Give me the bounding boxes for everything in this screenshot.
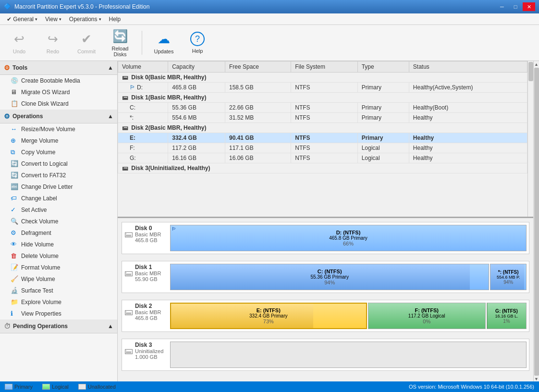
scrollbar-track[interactable] bbox=[534, 68, 539, 376]
disk0-label: Disk 0(Basic MBR, Healthy) bbox=[131, 74, 206, 81]
disk3-unallocated[interactable] bbox=[170, 342, 527, 368]
disk0-name: Disk 0 bbox=[135, 225, 161, 232]
menu-operations[interactable]: Operations ▾ bbox=[65, 15, 105, 24]
partition-d[interactable]: 🏳 D: (NTFS) 465.8 GB Primary 66% bbox=[170, 225, 527, 251]
os-info: OS version: Microsoft Windows 10 64-bit … bbox=[409, 384, 534, 390]
migrate-os-label: Migrate OS Wizard bbox=[21, 89, 70, 96]
legend-primary: Primary bbox=[5, 384, 33, 390]
sidebar-item-migrate-os[interactable]: 🖥 Migrate OS Wizard bbox=[0, 86, 117, 98]
sidebar-item-convert-fat32[interactable]: 🔄 Convert to FAT32 bbox=[0, 170, 117, 181]
reload-disks-button[interactable]: 🔄 Reload Disks bbox=[106, 27, 135, 59]
partition-star-name: *: (NTFS) bbox=[498, 270, 519, 275]
col-filesystem: File System bbox=[291, 61, 357, 73]
pending-ops-section-header[interactable]: ⏱ Pending Operations ▲ bbox=[0, 319, 117, 333]
sidebar-item-defragment[interactable]: ⚙ Defragment bbox=[0, 227, 117, 239]
disk0-label-block: 🖴 Disk 0 Basic MBR 465.8 GB bbox=[124, 225, 168, 251]
sidebar-item-convert-logical[interactable]: 🔄 Convert to Logical bbox=[0, 158, 117, 170]
convert-fat32-label: Convert to FAT32 bbox=[21, 172, 66, 179]
status-bar: Primary Logical Unallocated OS version: … bbox=[0, 381, 539, 392]
partition-f-name: F: (NTFS) bbox=[415, 307, 438, 313]
set-active-label: Set Active bbox=[21, 207, 47, 213]
disk0-partitions: 🏳 D: (NTFS) 465.8 GB Primary 66% bbox=[170, 225, 527, 251]
table-scrollbar[interactable] bbox=[527, 61, 533, 217]
menu-help[interactable]: Help bbox=[105, 15, 125, 24]
table-row[interactable]: 🏳D: 465.8 GB 158.5 GB NTFS Primary Healt… bbox=[118, 83, 527, 93]
sidebar-item-clone-disk[interactable]: 📋 Clone Disk Wizard bbox=[0, 98, 117, 110]
disk1-label-block: 🖴 Disk 1 Basic MBR 55.90 GB bbox=[124, 264, 168, 290]
sidebar-item-hide-volume[interactable]: 👁 Hide Volume bbox=[0, 239, 117, 250]
sidebar-item-set-active[interactable]: ✓ Set Active bbox=[0, 204, 117, 216]
os-info-text: OS version: Microsoft Windows 10 64-bit … bbox=[409, 384, 534, 390]
table-row[interactable]: F: 117.2 GB 117.1 GB NTFS Logical Health… bbox=[118, 143, 527, 153]
sidebar-item-delete-volume[interactable]: 🗑 Delete Volume bbox=[0, 250, 117, 262]
close-button[interactable]: ✕ bbox=[523, 2, 535, 11]
commit-button[interactable]: ✔ Commit bbox=[72, 27, 101, 59]
table-header-row: Volume Capacity Free Space File System T… bbox=[118, 61, 527, 73]
table-row[interactable]: *: 554.6 MB 31.52 MB NTFS Primary Health… bbox=[118, 113, 527, 123]
operations-section-header[interactable]: ⚙ Operations ▲ bbox=[0, 110, 117, 123]
main-layout: ⚙ Tools ▲ 💿 Create Bootable Media 🖥 Migr… bbox=[0, 61, 539, 381]
redo-label: Redo bbox=[47, 49, 59, 54]
change-letter-label: Change Drive Letter bbox=[21, 184, 73, 190]
scrollbar-down-arrow[interactable]: ▼ bbox=[534, 377, 539, 381]
sidebar-item-surface-test[interactable]: 🔬 Surface Test bbox=[0, 285, 117, 296]
disk1-label: Disk 1(Basic MBR, Healthy) bbox=[131, 94, 206, 101]
wipe-volume-icon: 🧹 bbox=[11, 275, 18, 283]
partition-f[interactable]: F: (NTFS) 117.2 GB Logical 0% bbox=[368, 303, 486, 329]
scrollbar-up-arrow[interactable]: ▲ bbox=[534, 62, 539, 67]
undo-button[interactable]: ↩ Undo bbox=[5, 27, 34, 59]
updates-button[interactable]: ☁ Updates bbox=[149, 27, 178, 59]
redo-button[interactable]: ↪ Redo bbox=[38, 27, 67, 59]
menu-general[interactable]: ✔ General ▾ bbox=[3, 15, 41, 24]
sidebar-item-merge[interactable]: ⊕ Merge Volume bbox=[0, 135, 117, 147]
table-row[interactable]: G: 16.16 GB 16.06 GB NTFS Logical Health… bbox=[118, 153, 527, 163]
disk0-size: 465.8 GB bbox=[135, 237, 161, 243]
disk-icon: 🖴 bbox=[122, 165, 128, 172]
disk2-header: 🖴 Disk 2 Basic MBR 465.8 GB E: (NTFS) bbox=[124, 303, 527, 329]
partition-star[interactable]: *: (NTFS) 554.6 MB P. 94% bbox=[490, 264, 527, 290]
sidebar-item-change-letter[interactable]: 🔤 Change Drive Letter bbox=[0, 181, 117, 193]
disk0-header: 🖴 Disk 0 Basic MBR 465.8 GB 🏳 D: (NTFS) bbox=[124, 225, 527, 251]
minimize-button[interactable]: ─ bbox=[496, 2, 508, 11]
help-button[interactable]: ? Help bbox=[183, 27, 212, 59]
sidebar-item-create-bootable[interactable]: 💿 Create Bootable Media bbox=[0, 75, 117, 86]
window-controls: ─ □ ✕ bbox=[496, 2, 535, 11]
menu-view-arrow: ▾ bbox=[59, 17, 61, 22]
menu-bar: ✔ General ▾ View ▾ Operations ▾ Help bbox=[0, 13, 539, 25]
partition-c[interactable]: C: (NTFS) 55.36 GB Primary 94% bbox=[170, 264, 489, 290]
disk2-name: Disk 2 bbox=[135, 303, 161, 309]
maximize-button[interactable]: □ bbox=[509, 2, 522, 11]
table-row[interactable]: C: 55.36 GB 22.66 GB NTFS Primary Health… bbox=[118, 103, 527, 113]
table-row[interactable]: E: 332.4 GB 90.41 GB NTFS Primary Health… bbox=[118, 133, 527, 143]
disk0-hdd-icon: 🖴 bbox=[124, 229, 133, 239]
sidebar-item-resize-move[interactable]: ↔ Resize/Move Volume bbox=[0, 123, 117, 135]
menu-view[interactable]: View ▾ bbox=[41, 15, 65, 24]
menu-view-label: View bbox=[45, 16, 58, 23]
create-bootable-icon: 💿 bbox=[11, 77, 18, 85]
sidebar-item-change-label[interactable]: 🏷 Change Label bbox=[0, 193, 117, 204]
app-icon: 🔷 bbox=[4, 3, 12, 11]
tools-section-header[interactable]: ⚙ Tools ▲ bbox=[0, 61, 117, 75]
sidebar-item-wipe-volume[interactable]: 🧹 Wipe Volume bbox=[0, 273, 117, 285]
explore-volume-label: Explore Volume bbox=[21, 299, 61, 306]
main-scrollbar[interactable]: ▲ ▼ bbox=[533, 61, 539, 381]
partition-e[interactable]: E: (NTFS) 332.4 GB Primary 73% bbox=[170, 303, 367, 329]
disk-table-scroll[interactable]: Volume Capacity Free Space File System T… bbox=[118, 61, 527, 217]
disk2-visual: 🖴 Disk 2 Basic MBR 465.8 GB E: (NTFS) bbox=[122, 300, 529, 332]
sidebar-item-view-properties[interactable]: ℹ View Properties bbox=[0, 308, 117, 319]
disk-table-container: Volume Capacity Free Space File System T… bbox=[118, 61, 533, 218]
menu-general-label: ✔ General bbox=[7, 16, 34, 23]
partition-d-name: D: (NTFS) bbox=[336, 230, 361, 235]
undo-icon: ↩ bbox=[14, 32, 24, 47]
sidebar-item-explore-volume[interactable]: 📁 Explore Volume bbox=[0, 296, 117, 308]
resize-move-label: Resize/Move Volume bbox=[21, 126, 75, 133]
partition-g[interactable]: G: (NTFS) 16.16 GB L. 1% bbox=[487, 303, 527, 329]
sidebar-item-check-volume[interactable]: 🔍 Check Volume bbox=[0, 216, 117, 227]
menu-operations-arrow: ▾ bbox=[99, 17, 101, 22]
scrollbar-thumb[interactable] bbox=[528, 62, 533, 81]
partition-d-pct: 66% bbox=[343, 241, 354, 246]
sidebar-item-copy[interactable]: ⧉ Copy Volume bbox=[0, 147, 117, 158]
sidebar-item-format-volume[interactable]: 📝 Format Volume bbox=[0, 262, 117, 273]
tools-label: Tools bbox=[12, 64, 108, 71]
disk-icon: 🖴 bbox=[122, 94, 128, 101]
